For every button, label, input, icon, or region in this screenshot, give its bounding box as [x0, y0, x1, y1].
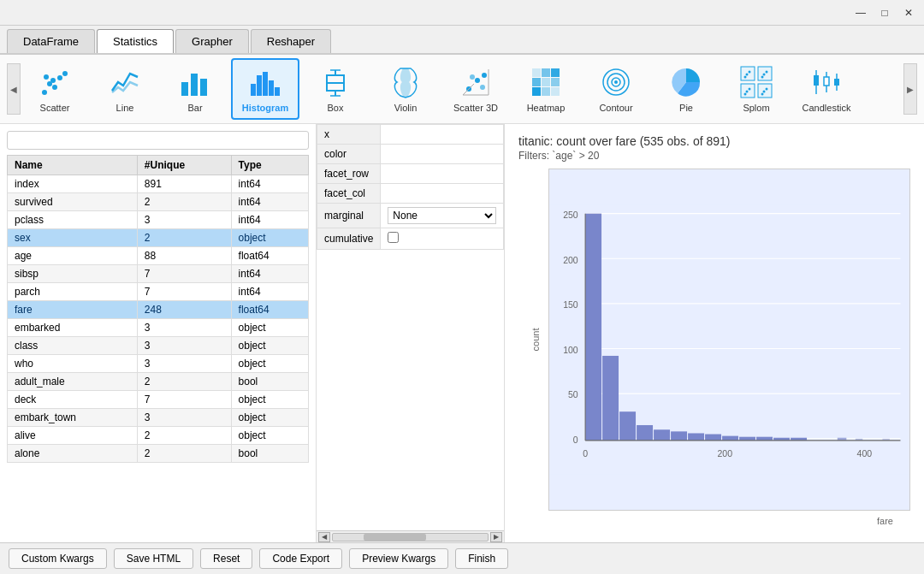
close-button[interactable]: ✕ [900, 4, 917, 21]
chart-type-violin[interactable]: Violin [371, 58, 440, 120]
svg-point-55 [763, 91, 766, 93]
chart-type-line[interactable]: Line [91, 58, 159, 120]
chart-type-contour[interactable]: Contour [582, 58, 650, 120]
maximize-button[interactable]: □ [876, 4, 893, 21]
svg-text:200: 200 [563, 255, 578, 265]
code-export-button[interactable]: Code Export [259, 548, 342, 569]
chart-type-bar[interactable]: Bar [161, 58, 229, 120]
table-row[interactable]: survived2int64 [8, 193, 309, 211]
option-row: cumulative [317, 228, 504, 250]
svg-rect-32 [532, 87, 541, 96]
svg-rect-87 [739, 437, 755, 441]
svg-rect-9 [200, 79, 207, 96]
contour-label: Contour [599, 103, 632, 113]
col-header-type[interactable]: Type [231, 156, 308, 175]
chart-type-pie[interactable]: Pie [652, 58, 720, 120]
table-scroll[interactable]: Name #Unique Type index891int64survived2… [7, 155, 309, 536]
svg-rect-80 [619, 411, 636, 441]
table-row[interactable]: age88float64 [8, 247, 309, 265]
svg-rect-13 [269, 80, 274, 96]
svg-point-2 [52, 85, 57, 90]
svg-point-54 [766, 88, 768, 91]
svg-rect-30 [542, 78, 550, 86]
table-row[interactable]: adult_male2bool [8, 373, 309, 391]
pie-label: Pie [679, 103, 693, 113]
horizontal-scrollbar[interactable]: ◀ ▶ [317, 530, 504, 542]
table-row[interactable]: sex2object [8, 229, 309, 247]
save-html-button[interactable]: Save HTML [114, 548, 193, 569]
table-row[interactable]: alone2bool [8, 445, 309, 463]
minimize-button[interactable]: — [852, 4, 869, 21]
table-row[interactable]: class3object [8, 337, 309, 355]
table-row[interactable]: index891int64 [8, 175, 309, 193]
option-input-x[interactable] [388, 128, 496, 140]
svg-point-23 [482, 73, 487, 78]
svg-text:200: 200 [717, 448, 732, 459]
chart-type-candlestick[interactable]: Candlestick [792, 58, 861, 120]
tab-dataframe[interactable]: DataFrame [7, 29, 95, 53]
option-select-marginal[interactable]: Noneboxviolinrughistogram [388, 207, 496, 224]
svg-point-45 [749, 71, 751, 74]
svg-point-24 [470, 74, 475, 80]
table-row[interactable]: parch7int64 [8, 283, 309, 301]
finish-button[interactable]: Finish [455, 548, 508, 569]
option-row: marginalNoneboxviolinrughistogram [317, 204, 504, 228]
line-label: Line [116, 103, 134, 113]
table-row[interactable]: embark_town3object [8, 409, 309, 427]
option-row: facet_col [317, 184, 504, 204]
preview-kwargs-button[interactable]: Preview Kwargs [349, 548, 448, 569]
col-header-name[interactable]: Name [8, 156, 138, 175]
table-row[interactable]: alive2object [8, 427, 309, 445]
svg-rect-10 [251, 84, 256, 96]
svg-point-6 [44, 74, 49, 80]
svg-point-4 [62, 71, 68, 76]
y-axis-label: count [530, 328, 541, 352]
option-input-facet_row[interactable] [388, 168, 496, 180]
svg-rect-79 [602, 356, 619, 441]
table-row[interactable]: pclass3int64 [8, 211, 309, 229]
reset-button[interactable]: Reset [200, 548, 252, 569]
svg-rect-85 [705, 435, 721, 441]
svg-rect-78 [585, 214, 601, 441]
option-input-facet_col[interactable] [388, 187, 496, 199]
scroll-thumb [364, 534, 425, 541]
table-row[interactable]: sibsp7int64 [8, 265, 309, 283]
col-header-unique[interactable]: #Unique [137, 156, 231, 175]
svg-rect-26 [532, 68, 541, 77]
chart-type-box[interactable]: Box [301, 58, 370, 120]
svg-rect-57 [814, 75, 819, 86]
left-panel: Name #Unique Type index891int64survived2… [0, 124, 317, 542]
scatter3d-label: Scatter 3D [453, 103, 498, 113]
chart-type-histogram[interactable]: Histogram [231, 58, 299, 120]
search-input[interactable] [7, 131, 309, 150]
svg-rect-86 [722, 436, 738, 441]
chart-type-splom[interactable]: Splom [722, 58, 791, 120]
svg-point-49 [763, 74, 766, 76]
middle-scroll[interactable]: xcolorfacet_rowfacet_colmarginalNoneboxv… [317, 124, 504, 530]
chart-type-heatmap[interactable]: Heatmap [512, 58, 580, 120]
table-row[interactable]: fare248float64 [8, 301, 309, 319]
scroll-right-button[interactable]: ▶ [903, 63, 917, 115]
tab-reshaper[interactable]: Reshaper [251, 29, 331, 53]
table-row[interactable]: who3object [8, 355, 309, 373]
scroll-track[interactable] [332, 533, 489, 541]
scroll-left-arrow[interactable]: ◀ [318, 532, 330, 542]
options-table: xcolorfacet_rowfacet_colmarginalNoneboxv… [317, 124, 504, 250]
scroll-right-arrow[interactable]: ▶ [490, 532, 502, 542]
chart-type-scatter3d[interactable]: Scatter 3D [441, 58, 510, 120]
chart-title: titanic: count over fare (535 obs. of 89… [518, 134, 910, 148]
option-input-color[interactable] [388, 148, 496, 160]
middle-panel: xcolorfacet_rowfacet_colmarginalNoneboxv… [317, 124, 505, 542]
svg-rect-88 [756, 437, 773, 441]
chart-type-scatter[interactable]: Scatter [21, 58, 89, 120]
table-row[interactable]: deck7object [8, 391, 309, 409]
svg-rect-84 [688, 433, 704, 440]
tab-grapher[interactable]: Grapher [175, 29, 249, 53]
option-checkbox-cumulative[interactable] [388, 232, 399, 243]
tab-bar: DataFrame Statistics Grapher Reshaper [0, 26, 924, 55]
scroll-left-button[interactable]: ◀ [7, 63, 21, 115]
tab-statistics[interactable]: Statistics [97, 29, 174, 53]
table-row[interactable]: embarked3object [8, 319, 309, 337]
chart-types-list: Scatter Line [21, 58, 903, 120]
custom-kwargs-button[interactable]: Custom Kwargs [9, 548, 107, 569]
